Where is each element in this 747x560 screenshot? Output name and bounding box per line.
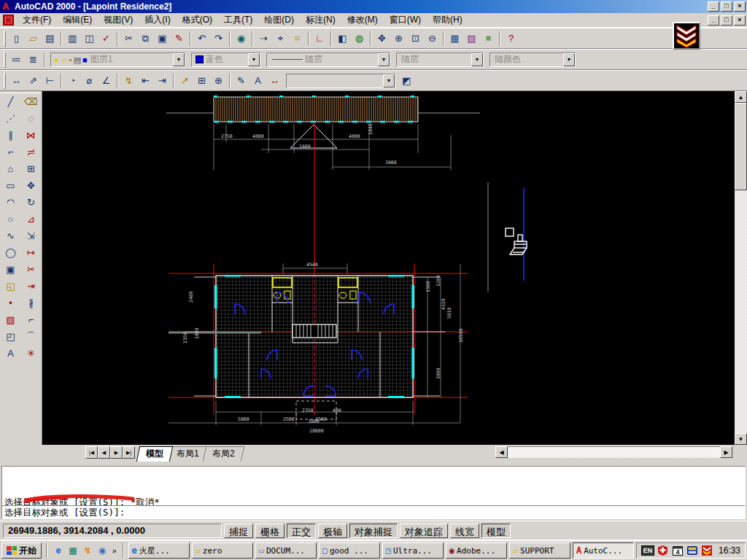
- scroll-up-icon[interactable]: ▲: [735, 91, 747, 103]
- chamfer-icon[interactable]: ⌐: [23, 311, 40, 328]
- dim-style-combo[interactable]: ▼: [286, 74, 395, 88]
- dim-edit-icon[interactable]: ✎: [233, 73, 249, 89]
- redo-icon[interactable]: ↷: [210, 31, 227, 47]
- dim-tolerance-icon[interactable]: ⊞: [193, 73, 210, 89]
- start-button[interactable]: 开始: [1, 542, 42, 559]
- dropdown-arrow-icon[interactable]: ▼: [248, 53, 260, 66]
- minimize-button[interactable]: _: [708, 1, 719, 12]
- dim-baseline-icon[interactable]: ⇤: [137, 73, 154, 89]
- copy-icon[interactable]: ⧉: [137, 31, 154, 47]
- task-docum[interactable]: ▭ DOCUM...: [255, 542, 317, 559]
- make-object-layer-icon[interactable]: ≔: [8, 52, 25, 68]
- horizontal-scrollbar[interactable]: ◀ ▶: [495, 446, 732, 458]
- new-icon[interactable]: ▯: [8, 31, 25, 47]
- break-icon[interactable]: ∦: [23, 295, 40, 311]
- toolbar-handle[interactable]: [4, 52, 6, 68]
- lineweight-toggle[interactable]: 线宽: [450, 524, 479, 538]
- input-language-indicator[interactable]: EN: [641, 545, 654, 556]
- dim-linear-icon[interactable]: ↔: [8, 73, 25, 89]
- temporary-track-point-icon[interactable]: ⇢: [255, 31, 272, 47]
- hatch-icon[interactable]: ▨: [2, 311, 20, 328]
- line-icon[interactable]: ╱: [2, 93, 20, 110]
- dim-update-icon[interactable]: ↔: [266, 73, 283, 89]
- doc-restore-button[interactable]: □: [721, 15, 732, 26]
- mtext-icon[interactable]: A: [2, 345, 20, 362]
- menu-draw[interactable]: 绘图(D): [258, 12, 300, 28]
- dim-ordinate-icon[interactable]: ⊢: [42, 73, 58, 89]
- snap-from-icon[interactable]: ⌖: [272, 31, 289, 47]
- layer-lock-icon[interactable]: ▪: [69, 55, 72, 64]
- offset-icon[interactable]: ≓: [23, 144, 40, 160]
- match-properties-icon[interactable]: ✎: [171, 31, 187, 47]
- ie-quicklaunch-icon[interactable]: e: [52, 544, 65, 557]
- toolbar-handle[interactable]: [4, 31, 6, 47]
- fillet-icon[interactable]: ⌒: [23, 328, 40, 345]
- media-icon[interactable]: ◉: [96, 544, 109, 557]
- menu-modify[interactable]: 修改(M): [341, 12, 384, 28]
- ucs-icon[interactable]: ∟: [311, 31, 328, 47]
- flashget-tray-icon[interactable]: [701, 545, 713, 556]
- spelling-icon[interactable]: ✓: [98, 31, 115, 47]
- ortho-toggle[interactable]: 正交: [287, 524, 316, 538]
- dim-text-edit-icon[interactable]: A: [249, 73, 266, 89]
- dimension-style-icon[interactable]: ◩: [398, 73, 415, 89]
- doc-close-button[interactable]: ×: [734, 15, 746, 26]
- show-desktop-icon[interactable]: ▦: [66, 544, 80, 557]
- dropdown-arrow-icon[interactable]: ▼: [563, 53, 575, 66]
- command-input[interactable]: 选择目标对象或 [设置(S)]:: [2, 505, 745, 518]
- lengthen-icon[interactable]: ↦: [23, 244, 40, 261]
- trim-icon[interactable]: ✂: [23, 261, 40, 278]
- make-block-icon[interactable]: ◱: [2, 278, 20, 295]
- dropdown-arrow-icon[interactable]: ▼: [383, 74, 395, 88]
- command-history[interactable]: 选择目标对象或 [设置(S)]: *取消*命令:命令: mm MATCHPROP…: [2, 467, 745, 505]
- close-button[interactable]: ×: [734, 1, 746, 12]
- zoom-window-icon[interactable]: ⊡: [407, 31, 424, 47]
- menu-insert[interactable]: 插入(I): [139, 12, 176, 28]
- layer-freeze-icon[interactable]: ☼: [61, 55, 68, 64]
- pan-icon[interactable]: ✥: [374, 31, 390, 47]
- polar-toggle[interactable]: 极轴: [318, 524, 347, 538]
- dim-diameter-icon[interactable]: ⌀: [81, 73, 98, 89]
- model-toggle[interactable]: 模型: [481, 524, 511, 538]
- dim-radius-icon[interactable]: ◔: [64, 73, 81, 89]
- copy-object-icon[interactable]: ◌: [23, 110, 40, 127]
- dropdown-arrow-icon[interactable]: ▼: [173, 53, 185, 66]
- calendar-tray-icon[interactable]: 4: [672, 545, 684, 556]
- plotstyle-combo[interactable]: 随颜色 ▼: [489, 52, 576, 67]
- task-adobe[interactable]: ◉ Adobe...: [446, 542, 507, 559]
- designcenter-icon[interactable]: ▦: [446, 31, 463, 47]
- dropdown-arrow-icon[interactable]: ▼: [378, 53, 390, 66]
- spline-icon[interactable]: ∿: [2, 228, 20, 244]
- tab-model[interactable]: 模型: [136, 446, 173, 462]
- print-icon[interactable]: ▥: [64, 31, 81, 47]
- properties-icon[interactable]: ▨: [463, 31, 480, 47]
- task-good[interactable]: ▢ good ...: [319, 542, 380, 559]
- dim-leader-icon[interactable]: ↗: [177, 73, 193, 89]
- drawing-canvas[interactable]: 2750480048001600184030004540240018001350…: [42, 91, 735, 445]
- grid-toggle[interactable]: 栅格: [255, 524, 285, 538]
- scroll-down-icon[interactable]: ▼: [735, 433, 747, 445]
- layer-combo[interactable]: ●☼▪▤■ 图层1 ▼: [50, 52, 185, 67]
- point-icon[interactable]: •: [2, 295, 20, 311]
- vertical-scroll-thumb[interactable]: [735, 103, 747, 190]
- region-icon[interactable]: ◰: [2, 328, 20, 345]
- paste-icon[interactable]: ▣: [154, 31, 171, 47]
- save-icon[interactable]: ▤: [42, 31, 58, 47]
- restore-button[interactable]: □: [721, 1, 732, 12]
- construction-line-icon[interactable]: ⋰: [2, 110, 20, 127]
- color-combo[interactable]: 蓝色 ▼: [191, 52, 260, 67]
- otrack-toggle[interactable]: 对象追踪: [400, 524, 448, 538]
- menu-edit[interactable]: 编辑(E): [57, 12, 98, 28]
- polygon-icon[interactable]: ⌂: [2, 160, 20, 177]
- tab-nav-button[interactable]: |◀: [85, 446, 98, 459]
- circle-icon[interactable]: ○: [2, 211, 20, 228]
- rotate-icon[interactable]: ↻: [23, 194, 40, 211]
- tab-nav-button[interactable]: ▶|: [123, 446, 135, 459]
- dim-quick-icon[interactable]: ↯: [120, 73, 137, 89]
- rectangle-icon[interactable]: ▭: [2, 177, 20, 194]
- layers-icon[interactable]: ≣: [25, 52, 42, 68]
- extend-icon[interactable]: ⇥: [23, 278, 40, 295]
- task-huoxing[interactable]: e 火星...: [128, 542, 190, 559]
- 3d-orbit-icon[interactable]: ◍: [351, 31, 368, 47]
- help-icon[interactable]: ?: [503, 31, 519, 47]
